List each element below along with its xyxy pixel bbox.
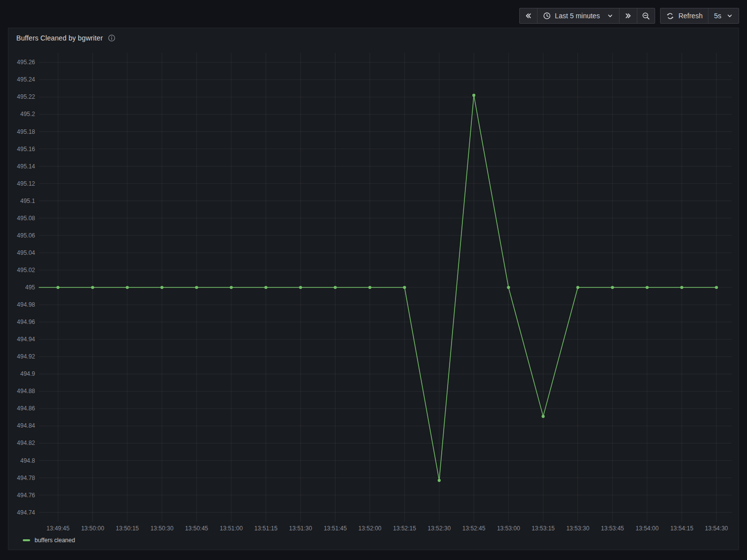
svg-text:13:54:00: 13:54:00 [635,525,659,532]
refresh-interval-label: 5s [714,12,721,20]
svg-text:13:50:30: 13:50:30 [150,525,173,532]
zoom-out-icon [642,12,650,20]
svg-text:13:53:00: 13:53:00 [497,525,520,532]
chart-legend: buffers cleaned [23,537,75,544]
panel-buffers-cleaned: Buffers Cleaned by bgwriter 495.26495.24… [8,28,739,550]
svg-text:495.02: 495.02 [17,267,35,274]
svg-text:13:50:45: 13:50:45 [185,525,208,532]
svg-text:13:53:15: 13:53:15 [532,525,555,532]
svg-text:495.16: 495.16 [17,146,35,153]
grafana-dashboard: Last 5 minutes [0,0,747,560]
svg-text:494.88: 494.88 [17,388,35,395]
legend-series-swatch[interactable] [23,539,30,541]
svg-text:494.74: 494.74 [17,509,35,516]
svg-text:495.2: 495.2 [20,111,35,118]
svg-text:494.98: 494.98 [17,301,35,308]
refresh-group: Refresh 5s [660,8,739,24]
svg-text:495.26: 495.26 [17,59,35,66]
svg-text:494.8: 494.8 [20,457,35,464]
time-range-picker-button[interactable]: Last 5 minutes [537,8,619,23]
svg-text:13:50:00: 13:50:00 [81,525,104,532]
svg-text:494.86: 494.86 [17,405,35,412]
refresh-label: Refresh [678,12,703,20]
chevrons-left-icon [524,12,533,20]
legend-series-label[interactable]: buffers cleaned [35,537,75,544]
svg-text:495.22: 495.22 [17,93,35,100]
time-nav-group: Last 5 minutes [519,8,655,24]
svg-text:13:51:00: 13:51:00 [220,525,243,532]
chevron-down-icon [607,12,614,19]
svg-text:494.84: 494.84 [17,422,35,429]
chevrons-right-icon [624,12,632,20]
refresh-icon [666,12,674,20]
svg-text:13:54:15: 13:54:15 [670,525,694,532]
svg-text:13:51:30: 13:51:30 [289,525,312,532]
time-controls-toolbar: Last 5 minutes [519,8,739,24]
time-shift-forward-button[interactable] [619,8,637,23]
svg-text:13:52:00: 13:52:00 [358,525,381,532]
svg-text:13:50:15: 13:50:15 [116,525,139,532]
panel-header[interactable]: Buffers Cleaned by bgwriter [8,28,739,48]
svg-text:495: 495 [25,284,35,291]
svg-text:13:53:30: 13:53:30 [566,525,589,532]
zoom-out-button[interactable] [637,8,655,23]
svg-text:13:51:45: 13:51:45 [324,525,347,532]
time-range-label: Last 5 minutes [555,12,600,20]
svg-text:494.76: 494.76 [17,492,35,499]
svg-text:13:52:30: 13:52:30 [428,525,451,532]
svg-text:495.06: 495.06 [17,232,35,239]
refresh-button[interactable]: Refresh [661,8,708,23]
svg-text:13:52:15: 13:52:15 [393,525,416,532]
svg-text:13:49:45: 13:49:45 [46,525,70,532]
svg-text:13:51:15: 13:51:15 [254,525,278,532]
chart-canvas[interactable]: 495.26495.24495.22495.2495.18495.16495.1… [8,53,740,542]
chevron-down-icon [726,12,733,19]
svg-text:13:53:45: 13:53:45 [601,525,624,532]
svg-text:494.78: 494.78 [17,475,35,481]
svg-text:495.24: 495.24 [17,76,35,83]
svg-text:495.08: 495.08 [17,215,35,222]
svg-text:494.96: 494.96 [17,319,35,325]
svg-text:495.18: 495.18 [17,128,35,135]
info-circle-icon[interactable] [108,34,116,42]
svg-text:494.82: 494.82 [17,440,35,446]
svg-text:495.14: 495.14 [17,163,35,170]
svg-text:13:54:30: 13:54:30 [705,525,728,532]
svg-text:13:52:45: 13:52:45 [462,525,486,532]
clock-icon [543,12,551,20]
svg-text:494.94: 494.94 [17,336,35,343]
svg-text:494.92: 494.92 [17,353,35,360]
svg-text:494.9: 494.9 [20,370,35,377]
panel-title: Buffers Cleaned by bgwriter [16,34,103,42]
time-shift-back-button[interactable] [520,8,537,23]
svg-text:495.04: 495.04 [17,249,35,256]
svg-text:495.1: 495.1 [20,198,35,204]
refresh-interval-button[interactable]: 5s [708,8,739,23]
svg-text:495.12: 495.12 [17,180,35,187]
